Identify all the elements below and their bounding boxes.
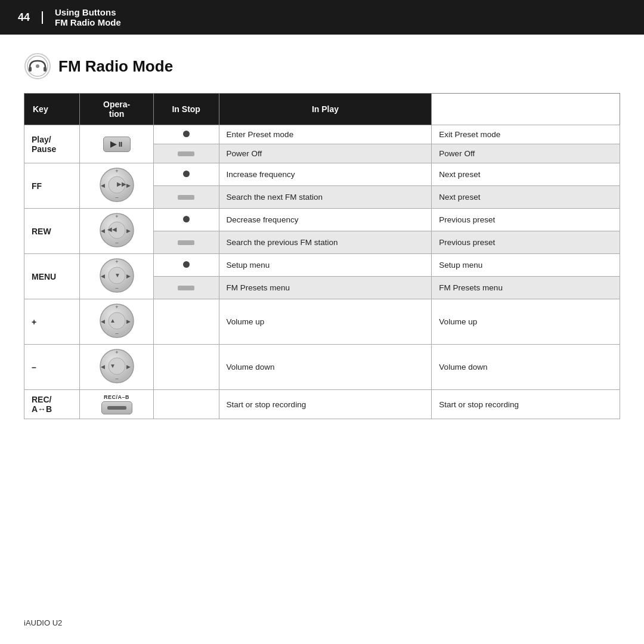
in-stop-cell: Enter Preset mode <box>219 125 432 144</box>
key-cell: – <box>24 345 80 390</box>
in-stop-cell: Increase frequency <box>219 163 432 186</box>
operation-cell <box>153 345 219 390</box>
main-table: Key Opera- tion In Stop In Play Play/ Pa… <box>24 93 620 419</box>
svg-text:▼: ▼ <box>110 363 116 369</box>
in-stop-cell: Volume up <box>219 299 432 345</box>
svg-rect-3 <box>44 67 47 72</box>
header-title-block: Using Buttons FM Radio Mode <box>55 7 121 27</box>
operation-cell <box>153 163 219 186</box>
operation-cell <box>153 254 219 277</box>
fm-radio-icon <box>24 52 51 80</box>
in-stop-cell: Setup menu <box>219 254 432 277</box>
in-stop-cell: FM Presets menu <box>219 277 432 299</box>
in-play-cell: Exit Preset mode <box>432 125 620 144</box>
svg-point-4 <box>36 64 39 68</box>
button-image-cell: + – ◀ ▶ ▼ <box>80 254 154 299</box>
page-number: 44 <box>18 11 43 24</box>
button-image-cell: REC/A–B <box>80 390 154 419</box>
page-title-row: FM Radio Mode <box>24 52 620 80</box>
svg-text:▶: ▶ <box>126 182 131 188</box>
svg-text:◀: ◀ <box>101 364 105 370</box>
svg-text:◀: ◀ <box>101 318 105 324</box>
dash-icon <box>178 151 194 156</box>
dash-icon <box>178 286 194 290</box>
dash-icon <box>178 195 194 200</box>
operation-cell <box>153 125 219 144</box>
svg-text:◀: ◀ <box>101 182 105 188</box>
circle-icon <box>183 171 190 177</box>
operation-cell <box>153 231 219 254</box>
key-cell: REC/ A↔B <box>24 390 80 419</box>
svg-text:▶: ▶ <box>126 364 131 370</box>
svg-text:◀◀: ◀◀ <box>107 226 117 233</box>
svg-text:+: + <box>115 213 118 219</box>
in-stop-cell: Power Off <box>219 144 432 163</box>
footer: iAUDIO U2 <box>24 618 62 627</box>
in-stop-cell: Search the previous FM station <box>219 231 432 254</box>
col-header-operation: Opera- tion <box>80 94 154 125</box>
rec-button-image: REC/A–B <box>85 394 148 414</box>
button-image-cell: + – ◀ ▶ ▼ <box>80 345 154 390</box>
svg-text:+: + <box>115 349 118 355</box>
key-cell: + <box>24 299 80 345</box>
key-cell: MENU <box>24 254 80 299</box>
in-stop-cell: Volume down <box>219 345 432 390</box>
button-image-cell: + – ◀ ▶ ▶▶ <box>80 163 154 209</box>
key-cell: FF <box>24 163 80 209</box>
svg-text:▼: ▼ <box>114 272 120 278</box>
in-stop-cell: Start or stop recording <box>219 390 432 419</box>
circle-icon <box>183 261 190 268</box>
svg-rect-2 <box>29 67 32 72</box>
dash-icon <box>178 240 194 245</box>
in-stop-cell: Search the next FM station <box>219 186 432 209</box>
in-play-cell: Previous preset <box>432 231 620 254</box>
header-bar: 44 Using Buttons FM Radio Mode <box>0 0 644 35</box>
svg-text:+: + <box>115 168 118 174</box>
in-stop-cell: Decrease frequency <box>219 209 432 231</box>
in-play-cell: Volume up <box>432 299 620 345</box>
button-image-cell: + – ◀ ▶ ◀◀ <box>80 209 154 254</box>
svg-text:◀: ◀ <box>101 273 105 279</box>
svg-text:+: + <box>115 304 118 310</box>
operation-cell <box>153 277 219 299</box>
svg-text:▶▶: ▶▶ <box>117 181 126 187</box>
button-image-cell: ▶⏸ <box>80 125 154 163</box>
operation-cell <box>153 390 219 419</box>
svg-text:▶: ▶ <box>126 273 131 279</box>
col-header-in-play: In Play <box>219 94 432 125</box>
svg-text:–: – <box>115 194 118 200</box>
header-title-main: Using Buttons <box>55 7 121 17</box>
operation-cell <box>153 144 219 163</box>
header-title-sub: FM Radio Mode <box>55 17 121 27</box>
in-play-cell: Next preset <box>432 186 620 209</box>
in-play-cell: Setup menu <box>432 254 620 277</box>
col-header-key: Key <box>24 94 80 125</box>
svg-text:–: – <box>115 285 118 291</box>
footer-text: iAUDIO U2 <box>24 618 62 627</box>
svg-text:◀: ◀ <box>101 228 105 234</box>
in-play-cell: Previous preset <box>432 209 620 231</box>
page-title: FM Radio Mode <box>58 57 173 76</box>
operation-cell <box>153 186 219 209</box>
circle-icon <box>183 216 190 222</box>
in-play-cell: Start or stop recording <box>432 390 620 419</box>
svg-text:–: – <box>115 330 118 336</box>
in-play-cell: Next preset <box>432 163 620 186</box>
button-image-cell: + – ◀ ▶ ▲ <box>80 299 154 345</box>
svg-text:+: + <box>115 259 118 265</box>
in-play-cell: Power Off <box>432 144 620 163</box>
svg-text:–: – <box>115 376 118 382</box>
col-header-in-stop: In Stop <box>153 94 219 125</box>
in-play-cell: Volume down <box>432 345 620 390</box>
main-content: FM Radio Mode Key Opera- tion In Stop In… <box>0 35 644 437</box>
operation-cell <box>153 209 219 231</box>
svg-text:▶: ▶ <box>126 318 131 324</box>
operation-cell <box>153 299 219 345</box>
key-cell: REW <box>24 209 80 254</box>
svg-text:▶: ▶ <box>126 228 131 234</box>
key-cell: Play/ Pause <box>24 125 80 163</box>
in-play-cell: FM Presets menu <box>432 277 620 299</box>
svg-text:–: – <box>115 240 118 246</box>
play-pause-button-image: ▶⏸ <box>103 137 131 152</box>
circle-icon <box>183 131 190 137</box>
